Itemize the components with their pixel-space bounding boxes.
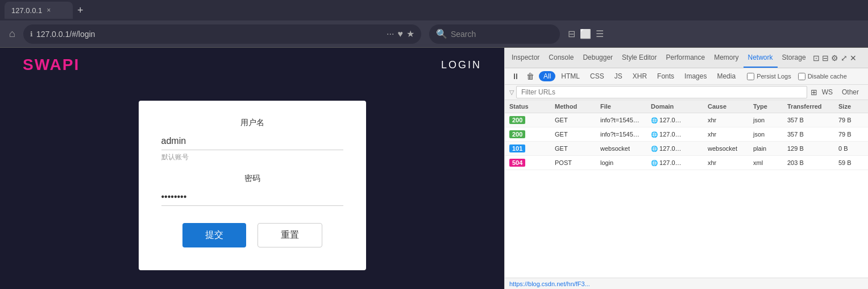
search-bar[interactable]: 🔍 Search <box>429 24 560 44</box>
filter-xhr[interactable]: XHR <box>628 71 651 81</box>
reset-button[interactable]: 重置 <box>258 223 322 247</box>
transferred-cell: 203 B <box>783 158 834 167</box>
cause-cell: websocket <box>703 144 749 153</box>
submit-button[interactable]: 提交 <box>182 223 246 247</box>
tab-inspector[interactable]: Inspector <box>507 48 544 68</box>
password-input[interactable] <box>161 188 343 206</box>
clear-button[interactable]: 🗑 <box>524 71 537 82</box>
file-cell: info?t=1545… <box>596 130 646 139</box>
table-row[interactable]: 504 POST login 🌐 127.0… xhr xml 203 B 59… <box>505 156 868 170</box>
filter-other[interactable]: Other <box>837 87 863 97</box>
devtools-tabs: Inspector Console Debugger Style Editor … <box>505 48 868 68</box>
transferred-cell: 357 B <box>783 115 834 125</box>
close-tab-button[interactable]: × <box>47 6 51 14</box>
library-icon[interactable]: ⊟ <box>568 28 575 39</box>
bookmark-icon[interactable]: ★ <box>406 28 414 39</box>
username-label: 用户名 <box>161 118 343 128</box>
table-header: Status Method File Domain Cause Type Tra… <box>505 100 868 113</box>
site-header: SWAPI LOGIN <box>0 48 504 82</box>
status-cell: 101 <box>505 143 550 154</box>
table-row[interactable]: 101 GET websocket 🌐 127.0… websocket pla… <box>505 142 868 156</box>
disable-cache-checkbox[interactable] <box>798 73 805 80</box>
detach-icon[interactable]: ⤢ <box>841 53 848 63</box>
bottom-url: https://blog.csdn.net/hn/fF3... <box>509 280 590 287</box>
settings-icon[interactable]: ⚙ <box>831 53 838 63</box>
home-icon[interactable]: ⌂ <box>5 26 20 42</box>
filter-all[interactable]: All <box>539 71 555 81</box>
sync-icon[interactable]: ⬜ <box>580 28 591 39</box>
address-bar[interactable]: ℹ 127.0.0.1/#/login ··· ♥ ★ <box>23 24 421 44</box>
disable-cache-label[interactable]: Disable cache <box>798 73 847 80</box>
cause-cell: xhr <box>703 130 749 139</box>
address-actions: ··· ♥ ★ <box>387 28 414 39</box>
devtools-panel: Inspector Console Debugger Style Editor … <box>504 48 868 289</box>
tab-title: 127.0.0.1 <box>11 6 42 15</box>
domain-cell: 🌐 127.0… <box>646 158 703 167</box>
tab-debugger[interactable]: Debugger <box>578 48 617 68</box>
tab-style-editor[interactable]: Style Editor <box>617 48 661 68</box>
new-tab-button[interactable]: + <box>73 5 88 16</box>
header-file: File <box>596 102 646 111</box>
filter-js[interactable]: JS <box>610 71 627 81</box>
status-badge: 504 <box>509 159 525 167</box>
filter-fonts[interactable]: Fonts <box>653 71 679 81</box>
tab-console[interactable]: Console <box>544 48 578 68</box>
split-icon[interactable]: ⊟ <box>822 53 829 63</box>
status-cell: 504 <box>505 158 550 168</box>
domain-cell: 🌐 127.0… <box>646 115 703 125</box>
filter-bar: ▽ ⊞ <box>509 86 817 98</box>
type-cell: json <box>749 115 783 125</box>
tab-storage[interactable]: Storage <box>778 48 811 68</box>
second-toolbar: ▽ ⊞ WS Other <box>505 85 868 100</box>
filter-css[interactable]: CSS <box>585 71 609 81</box>
more-options-icon[interactable]: ··· <box>387 29 394 39</box>
responsive-icon[interactable]: ⊡ <box>813 53 820 63</box>
site-nav-login[interactable]: LOGIN <box>441 59 481 71</box>
filter-request-blocking-icon[interactable]: ⊞ <box>811 88 817 97</box>
filter-media[interactable]: Media <box>712 71 740 81</box>
domain-cell: 🌐 127.0… <box>646 144 703 153</box>
globe-icon: 🌐 <box>651 160 658 166</box>
table-row[interactable]: 200 GET info?t=1545… 🌐 127.0… xhr json 3… <box>505 127 868 142</box>
pocket-icon[interactable]: ♥ <box>397 29 403 39</box>
persist-logs-label[interactable]: Persist Logs <box>747 73 791 80</box>
network-filter-tabs: All HTML CSS JS XHR Fonts Images Media <box>539 71 740 81</box>
persist-logs-checkbox[interactable] <box>747 73 754 80</box>
method-cell: GET <box>550 115 596 125</box>
method-cell: GET <box>550 144 596 153</box>
filter-images[interactable]: Images <box>680 71 711 81</box>
globe-icon: 🌐 <box>651 117 658 123</box>
file-cell: info?t=1545… <box>596 115 646 125</box>
size-cell: 59 B <box>834 158 868 167</box>
filter-html[interactable]: HTML <box>556 71 584 81</box>
pause-button[interactable]: ⏸ <box>509 71 522 82</box>
filter-ws[interactable]: WS <box>817 87 837 97</box>
transferred-cell: 357 B <box>783 130 834 139</box>
menu-icon[interactable]: ☰ <box>596 28 604 39</box>
tab-network[interactable]: Network <box>744 48 778 68</box>
username-input[interactable] <box>161 133 343 150</box>
bottom-bar: https://blog.csdn.net/hn/fF3... <box>505 278 868 289</box>
file-cell: login <box>596 158 646 167</box>
nav-bar: ⌂ ℹ 127.0.0.1/#/login ··· ♥ ★ 🔍 Search ⊟… <box>0 20 868 48</box>
close-devtools-icon[interactable]: ✕ <box>850 53 857 63</box>
globe-icon: 🌐 <box>651 131 658 138</box>
tab-memory[interactable]: Memory <box>709 48 743 68</box>
type-cell: json <box>749 130 783 139</box>
size-cell: 0 B <box>834 144 868 153</box>
content-area: SWAPI LOGIN 用户名 默认账号 密码 提交 重置 <box>0 48 868 289</box>
search-input[interactable]: Search <box>451 30 476 39</box>
filter-urls-input[interactable] <box>516 86 807 98</box>
globe-icon: 🌐 <box>651 146 658 152</box>
search-icon: 🔍 <box>436 28 447 39</box>
website: SWAPI LOGIN 用户名 默认账号 密码 提交 重置 <box>0 48 504 289</box>
header-type: Type <box>749 102 783 111</box>
browser-tab[interactable]: 127.0.0.1 × <box>5 2 73 19</box>
tab-performance[interactable]: Performance <box>661 48 709 68</box>
password-label: 密码 <box>161 174 343 184</box>
cause-cell: xhr <box>703 115 749 125</box>
cause-cell: xhr <box>703 158 749 167</box>
transferred-cell: 129 B <box>783 144 834 153</box>
form-actions: 提交 重置 <box>161 223 343 247</box>
table-row[interactable]: 200 GET info?t=1545… 🌐 127.0… xhr json 3… <box>505 113 868 127</box>
